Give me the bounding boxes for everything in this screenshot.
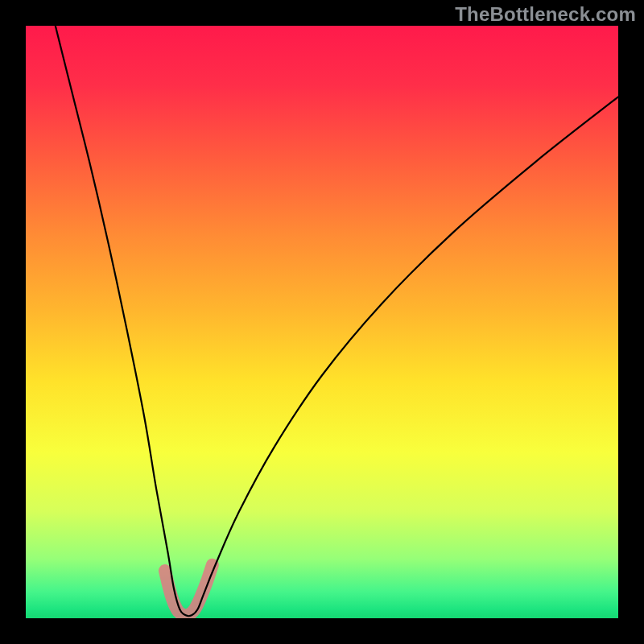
chart-frame: TheBottleneck.com (0, 0, 644, 644)
watermark-text: TheBottleneck.com (455, 3, 636, 26)
chart-svg (26, 26, 618, 618)
gradient-background (26, 26, 618, 618)
plot-area (26, 26, 618, 618)
